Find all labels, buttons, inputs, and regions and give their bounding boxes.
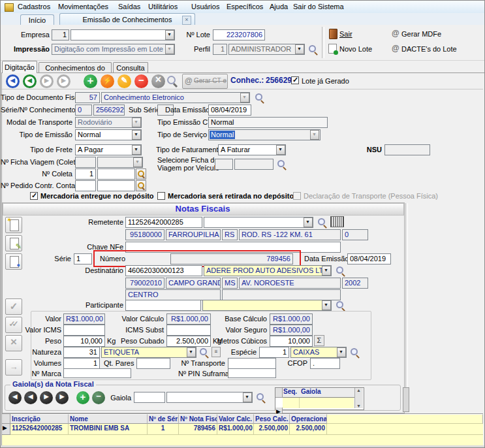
scroll-down-icon[interactable]: ▼ — [356, 404, 361, 408]
valor-icms-field[interactable] — [63, 325, 105, 336]
gerar-mdfe-button[interactable]: Gerar MDFe — [401, 30, 441, 38]
gaiola-next-button[interactable]: ▶ — [40, 391, 53, 404]
icms-subst-field[interactable] — [166, 325, 211, 336]
col-header-nota-fiscal[interactable]: Nº Nota Fiscal — [179, 414, 217, 424]
gaiola-add-button[interactable] — [76, 391, 89, 404]
qt-pares-field[interactable] — [136, 358, 170, 369]
table-row-selector[interactable] — [2, 424, 10, 435]
coleta-field[interactable] — [97, 168, 135, 180]
perfil-search-icon[interactable] — [309, 45, 318, 54]
pin-suframa-field[interactable] — [228, 368, 276, 378]
remetente-dropdown-icon[interactable] — [304, 217, 313, 227]
nlote-field[interactable]: 223207806 — [213, 29, 265, 40]
menu-item-ajuda[interactable]: Ajuda — [270, 3, 288, 10]
gaiola-seq-header[interactable]: Seq. — [283, 388, 300, 398]
col-header-serie[interactable]: Nº de Série — [148, 414, 179, 424]
especie-dropdown-icon[interactable] — [337, 347, 346, 357]
menu-item-usuarios[interactable]: Usuários — [191, 3, 219, 10]
serie-field[interactable]: 0 — [75, 104, 92, 116]
tab-inicio[interactable]: Início — [20, 14, 54, 25]
cfop-field[interactable]: . — [310, 358, 340, 369]
col-header-nome[interactable]: Nome — [69, 414, 148, 424]
pedido-field[interactable] — [97, 180, 135, 191]
coleta-search-button[interactable] — [136, 168, 146, 180]
gaiola-gaiola-header[interactable]: Gaiola — [300, 388, 355, 398]
delete-record-button[interactable] — [134, 74, 148, 88]
barcode-icon[interactable] — [330, 216, 344, 227]
destinatario-dropdown-icon[interactable] — [322, 266, 331, 276]
col-header-inscricao[interactable]: Inscrição — [10, 414, 69, 424]
numero-nf-field[interactable]: 789456 — [170, 253, 293, 264]
empresa-select[interactable] — [70, 29, 175, 40]
ficha-veiculo-search-icon[interactable] — [277, 160, 287, 169]
first-record-button[interactable] — [6, 74, 20, 88]
gaiola-select[interactable] — [166, 392, 253, 403]
gaiola-side-strip[interactable] — [403, 387, 409, 412]
natureza-select[interactable]: ETIQUETA — [101, 347, 196, 358]
destinatario-select[interactable]: ADERE PROD AUTO ADESIVOS LTDA — [204, 265, 332, 276]
pedido-num-field[interactable] — [75, 180, 96, 191]
subtab-consulta[interactable]: Consulta — [113, 62, 148, 73]
cell-nome[interactable]: TROMBINI EMB SA — [69, 424, 148, 435]
sair-button[interactable]: Sair — [339, 30, 352, 38]
scroll-up-icon[interactable]: ▲ — [356, 388, 361, 392]
participante-select[interactable] — [202, 300, 332, 311]
empresa-dropdown-icon[interactable] — [165, 30, 174, 40]
search-record-icon[interactable] — [167, 76, 178, 87]
gaiola-remove-button[interactable] — [92, 391, 105, 404]
post-record-button[interactable] — [101, 74, 114, 88]
participante-dropdown-icon[interactable] — [322, 300, 331, 310]
especie-search-icon[interactable] — [351, 348, 360, 357]
especie-num-field[interactable]: 1 — [259, 347, 289, 358]
menu-item-especificos[interactable]: Específicos — [227, 3, 263, 10]
cell-valor-calc[interactable]: R$1.000,00 — [217, 424, 254, 435]
gaiola-search-icon[interactable] — [257, 393, 266, 402]
natureza-num-field[interactable]: 31 — [63, 347, 100, 358]
menu-item-sair-sistema[interactable]: Sair do Sistema — [293, 3, 344, 10]
cell-operacional[interactable]: 2.500,000 — [290, 424, 327, 435]
perfil-select[interactable]: ADMINISTRADOR — [228, 44, 305, 55]
num-transporte-field[interactable] — [228, 358, 276, 369]
impressao-select[interactable]: Digitação com Impressão em Lote — [52, 44, 175, 55]
participante-field[interactable] — [125, 300, 201, 311]
nsu-field[interactable] — [384, 144, 430, 155]
remetente-cnpj-field[interactable]: 11252642000285 — [125, 217, 202, 228]
novo-lote-button[interactable]: Novo Lote — [339, 45, 372, 53]
tipo-emissao-dropdown-icon[interactable] — [132, 130, 141, 140]
tipo-doc-select[interactable]: Conhecimento Eletronico — [101, 92, 250, 103]
metros-cubicos-field[interactable]: 10,000 — [270, 336, 313, 347]
col-header-peso-calc[interactable]: Peso Calc. — [254, 414, 290, 424]
destinatario-search-icon[interactable] — [336, 266, 345, 276]
data-emissao-field[interactable]: 08/04/2019 — [208, 104, 251, 116]
lote-gerado-checkbox[interactable] — [291, 76, 299, 84]
cell-peso-calc[interactable]: 2.500,000 — [254, 424, 290, 435]
new-nota-button[interactable] — [5, 217, 22, 233]
gaiola-grid-scrollbar[interactable]: ▲ ▼ — [354, 388, 363, 408]
gaiola-num-field[interactable] — [134, 392, 165, 403]
peso-field[interactable]: 10,000 — [63, 336, 105, 347]
volumes-field[interactable]: 1 — [63, 358, 100, 369]
add-record-button[interactable] — [84, 74, 97, 88]
empresa-num-field[interactable]: 1 — [52, 29, 69, 40]
participante-search-icon[interactable] — [336, 301, 345, 310]
close-tab-icon[interactable]: × — [182, 16, 191, 25]
data-emissao-nf-field[interactable]: 08/04/2019 — [347, 253, 391, 264]
menu-item-saidas[interactable]: Saídas — [118, 3, 140, 10]
subtab-digitacao[interactable]: Digitação — [2, 61, 37, 73]
serie-nf-field[interactable]: 1 — [74, 253, 92, 264]
cancel-record-button[interactable] — [151, 74, 165, 88]
perfil-dropdown-icon[interactable] — [295, 44, 304, 54]
valor-field[interactable]: R$1.000,00 — [63, 313, 105, 325]
chave-nfe-field[interactable] — [125, 242, 341, 253]
col-header-valor-calc[interactable]: Valor Calc. — [217, 414, 254, 424]
cell-inscricao[interactable]: 11252642000285 — [10, 424, 69, 435]
edit-record-button[interactable] — [117, 74, 131, 88]
menu-item-utilitarios[interactable]: Utilitários — [148, 3, 178, 10]
tab-emissao-conhecimentos[interactable]: Emissão de Conhecimentos × — [59, 13, 195, 25]
subtab-conhecimentos-lote[interactable]: Conhecimentos do Lote — [39, 62, 112, 73]
gaiola-prev-button[interactable]: ◀ — [24, 391, 37, 404]
sum-button[interactable]: Σ — [314, 335, 324, 346]
menu-item-movimentacoes[interactable]: Movimentações — [58, 3, 108, 10]
gaiola-dropdown-icon[interactable] — [243, 392, 252, 402]
peso-cubado-field[interactable]: 2.500,000 — [166, 336, 211, 347]
